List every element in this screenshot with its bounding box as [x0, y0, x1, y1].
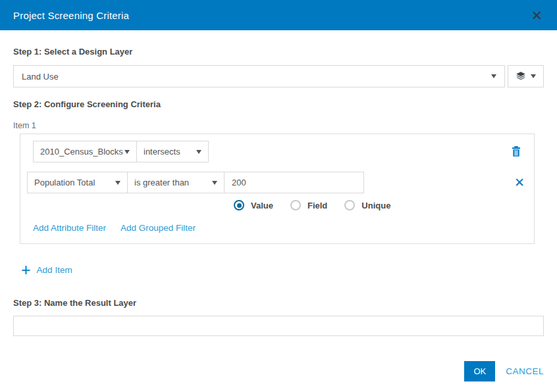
spatial-layer-select[interactable]: 2010_Census_Blocks: [33, 141, 137, 162]
attribute-value-field-wrap: [224, 172, 364, 193]
dialog-body: Step 1: Select a Design Layer Land Use S…: [0, 47, 557, 336]
chevron-down-icon: [124, 150, 130, 154]
dialog-header: Project Screening Criteria ✕: [0, 0, 557, 30]
radio-option-field[interactable]: Field: [290, 200, 327, 210]
radio-option-value[interactable]: Value: [234, 200, 273, 210]
chevron-down-icon: [531, 74, 536, 78]
attribute-filter-controls: Population Total is greater than: [27, 172, 364, 193]
dialog-title: Project Screening Criteria: [13, 10, 129, 21]
value-type-radio-group: Value Field Unique: [234, 200, 526, 210]
plus-icon: +: [21, 264, 31, 276]
add-attribute-filter-link[interactable]: Add Attribute Filter: [33, 223, 106, 233]
design-layer-value: Land Use: [22, 72, 59, 82]
spatial-layer-value: 2010_Census_Blocks: [40, 147, 123, 157]
radio-label-unique: Unique: [361, 201, 390, 210]
radio-option-unique[interactable]: Unique: [344, 200, 390, 210]
add-item-row[interactable]: + Add Item: [21, 264, 544, 276]
filter-links-row: Add Attribute Filter Add Grouped Filter: [33, 223, 526, 233]
attribute-value-input[interactable]: [225, 172, 363, 193]
chevron-down-icon: [491, 74, 496, 78]
radio-selected-icon: [234, 200, 244, 210]
project-screening-criteria-dialog: Project Screening Criteria ✕ Step 1: Sel…: [0, 0, 557, 392]
radio-unselected-icon: [290, 200, 301, 210]
attribute-field-select[interactable]: Population Total: [27, 172, 128, 193]
attribute-operator-value: is greater than: [134, 178, 189, 187]
dialog-footer: OK CANCEL: [464, 361, 544, 381]
chevron-down-icon: [115, 181, 120, 185]
spatial-filter-row: 2010_Census_Blocks intersects: [27, 141, 526, 162]
chevron-down-icon: [196, 150, 201, 154]
cancel-button[interactable]: CANCEL: [506, 366, 544, 376]
add-item-link[interactable]: Add Item: [37, 265, 72, 275]
radio-unselected-icon: [344, 200, 355, 210]
delete-item-button[interactable]: [510, 145, 522, 158]
layers-icon: [516, 71, 526, 82]
step1-label: Step 1: Select a Design Layer: [13, 47, 544, 57]
screening-item-card: 2010_Census_Blocks intersects: [20, 134, 535, 244]
attribute-operator-select[interactable]: is greater than: [127, 172, 225, 193]
step3-label: Step 3: Name the Result Layer: [13, 298, 544, 308]
radio-label-field: Field: [307, 201, 327, 210]
layer-options-button[interactable]: [508, 65, 544, 87]
remove-filter-button[interactable]: ✕: [514, 176, 525, 189]
trash-icon: [510, 145, 522, 158]
close-icon[interactable]: ✕: [528, 7, 545, 24]
spatial-operator-select[interactable]: intersects: [136, 141, 209, 162]
chevron-down-icon: [212, 181, 217, 185]
spatial-operator-value: intersects: [144, 147, 180, 157]
item-label: Item 1: [13, 121, 544, 130]
add-grouped-filter-link[interactable]: Add Grouped Filter: [120, 223, 196, 233]
step2-label: Step 2: Configure Screening Criteria: [13, 99, 544, 109]
ok-button[interactable]: OK: [464, 361, 495, 381]
spatial-filter-controls: 2010_Census_Blocks intersects: [33, 141, 209, 162]
attribute-filter-row: Population Total is greater than ✕: [27, 172, 526, 193]
attribute-field-value: Population Total: [34, 178, 95, 187]
design-layer-select[interactable]: Land Use: [13, 65, 505, 87]
result-layer-name-input[interactable]: [13, 316, 544, 336]
design-layer-row: Land Use: [13, 65, 544, 87]
radio-label-value: Value: [251, 201, 273, 210]
